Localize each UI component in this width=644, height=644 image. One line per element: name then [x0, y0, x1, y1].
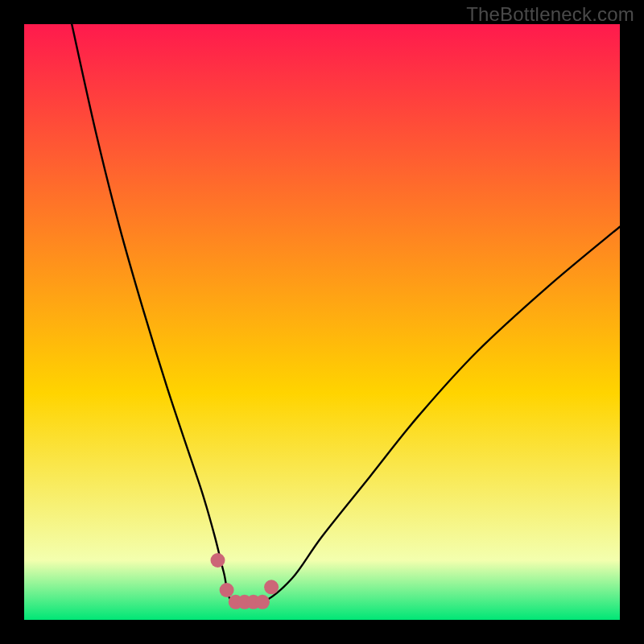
- watermark-text: TheBottleneck.com: [466, 3, 634, 26]
- highlight-marker: [211, 553, 225, 568]
- highlight-marker: [264, 580, 279, 594]
- chart-frame: TheBottleneck.com: [0, 0, 644, 644]
- highlight-marker: [255, 595, 270, 609]
- bottleneck-chart: [24, 24, 620, 620]
- highlight-marker: [220, 583, 234, 597]
- gradient-background: [24, 24, 620, 620]
